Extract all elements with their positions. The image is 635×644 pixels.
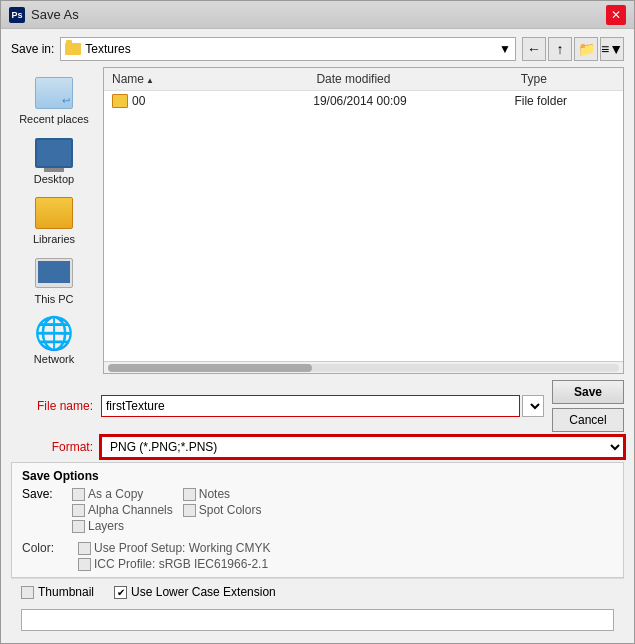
sidebar-item-this-pc[interactable]: This PC [11,251,97,309]
horizontal-scrollbar[interactable] [104,361,623,373]
dropdown-arrow: ▼ [499,42,511,56]
ps-app-icon: Ps [9,7,25,23]
alpha-channels-checkbox[interactable] [72,504,85,517]
sidebar-label-this-pc: This PC [34,293,73,305]
file-name-form-row: File name: [11,395,544,417]
dialog-title: Save As [31,7,79,22]
sidebar-label-libraries: Libraries [33,233,75,245]
file-name-cell: 00 [112,94,313,108]
file-name-row: File name: Save Cancel [11,380,624,432]
column-date[interactable]: Date modified [308,70,512,88]
format-row: Format: PNG (*.PNG;*.PNS) [11,436,624,458]
up-button[interactable]: ↑ [548,37,572,61]
file-date-cell: 19/06/2014 00:09 [313,94,514,108]
column-name[interactable]: Name▲ [104,70,308,88]
spot-colors-label: Spot Colors [199,503,262,517]
save-options-title: Save Options [22,469,613,483]
color-label: Color: [22,541,72,555]
this-pc-icon [34,255,74,291]
main-area: Recent places Desktop Libraries [11,67,624,374]
checkbox-layers[interactable]: Layers [72,519,173,533]
notes-checkbox[interactable] [183,488,196,501]
color-section: Color: Use Proof Setup: Working CMYK ICC… [22,541,613,571]
checkbox-alpha-channels[interactable]: Alpha Channels [72,503,173,517]
file-name-dropdown[interactable] [522,395,544,417]
icc-profile-checkbox[interactable] [78,558,91,571]
libraries-icon-shape [35,197,73,229]
color-checkboxes: Use Proof Setup: Working CMYK ICC Profil… [78,541,271,571]
thumbnail-checkbox[interactable] [21,586,34,599]
dialog-body: Save in: Textures ▼ ← ↑ 📁 ≡▼ [1,29,634,643]
desktop-icon [34,135,74,171]
cancel-button[interactable]: Cancel [552,408,624,432]
file-list-body: 00 19/06/2014 00:09 File folder [104,91,623,361]
file-name-label: File name: [11,399,101,413]
action-buttons: Save Cancel [552,380,624,432]
save-in-row: Save in: Textures ▼ ← ↑ 📁 ≡▼ [11,37,624,61]
save-checkboxes-row: Save: As a Copy Notes [22,487,613,533]
this-pc-icon-shape [35,258,73,288]
checkbox-icc-profile[interactable]: ICC Profile: sRGB IEC61966-2.1 [78,557,271,571]
alpha-channels-label: Alpha Channels [88,503,173,517]
sidebar-item-libraries[interactable]: Libraries [11,191,97,249]
save-button[interactable]: Save [552,380,624,404]
file-type-cell: File folder [514,94,615,108]
checkbox-as-copy[interactable]: As a Copy [72,487,173,501]
save-in-label: Save in: [11,42,54,56]
folder-row-icon [112,94,128,108]
table-row[interactable]: 00 19/06/2014 00:09 File folder [104,91,623,111]
layers-label: Layers [88,519,124,533]
thumbnail-row: Thumbnail [21,585,94,599]
spot-colors-checkbox[interactable] [183,504,196,517]
toolbar-buttons: ← ↑ 📁 ≡▼ [522,37,624,61]
close-button[interactable]: ✕ [606,5,626,25]
save-in-value: Textures [65,42,130,56]
sidebar-item-network[interactable]: 🌐 Network [11,311,97,369]
save-checkboxes: As a Copy Notes Alpha Channels [72,487,283,533]
network-icon: 🌐 [34,315,74,351]
save-as-dialog: Ps Save As ✕ Save in: Textures ▼ ← ↑ 📁 ≡… [0,0,635,644]
layers-checkbox[interactable] [72,520,85,533]
title-bar-left: Ps Save As [9,7,79,23]
folder-icon [65,43,81,55]
checkbox-notes[interactable]: Notes [183,487,284,501]
proof-setup-checkbox[interactable] [78,542,91,555]
desktop-icon-shape [35,138,73,168]
as-copy-label: As a Copy [88,487,143,501]
bottom-section: File name: Save Cancel Format: PNG (*.PN… [11,380,624,635]
sidebar-label-network: Network [34,353,74,365]
notes-label: Notes [199,487,230,501]
save-checkboxes-label: Save: [22,487,72,501]
recent-icon-shape [35,77,73,109]
libraries-icon [34,195,74,231]
file-list-header: Name▲ Date modified Type [104,68,623,91]
save-options-panel: Save Options Save: As a Copy Note [11,462,624,578]
sidebar-item-desktop[interactable]: Desktop [11,131,97,189]
new-folder-button[interactable]: 📁 [574,37,598,61]
scrollbar-thumb [108,364,312,372]
format-dropdown[interactable]: PNG (*.PNG;*.PNS) [101,436,624,458]
format-label: Format: [11,440,101,454]
views-button[interactable]: ≡▼ [600,37,624,61]
scrollbar-track [108,364,619,372]
network-icon-globe: 🌐 [34,317,74,349]
sidebar-item-recent-places[interactable]: Recent places [11,71,97,129]
back-button[interactable]: ← [522,37,546,61]
extra-filename-bar[interactable] [21,609,614,631]
bottom-bar: Thumbnail ✔ Use Lower Case Extension [11,578,624,605]
proof-setup-label: Use Proof Setup: Working CMYK [94,541,271,555]
lower-case-label: Use Lower Case Extension [131,585,276,599]
checkbox-spot-colors[interactable]: Spot Colors [183,503,284,517]
column-type[interactable]: Type [513,70,623,88]
save-in-dropdown[interactable]: Textures ▼ [60,37,516,61]
lower-case-row: ✔ Use Lower Case Extension [114,585,276,599]
save-in-folder-name: Textures [85,42,130,56]
checkbox-proof-setup[interactable]: Use Proof Setup: Working CMYK [78,541,271,555]
thumbnail-label: Thumbnail [38,585,94,599]
file-name-value: 00 [132,94,145,108]
as-copy-checkbox[interactable] [72,488,85,501]
sidebar-label-desktop: Desktop [34,173,74,185]
lower-case-checkbox[interactable]: ✔ [114,586,127,599]
file-name-input[interactable] [101,395,520,417]
options-left: Save Options Save: As a Copy Note [22,469,613,535]
